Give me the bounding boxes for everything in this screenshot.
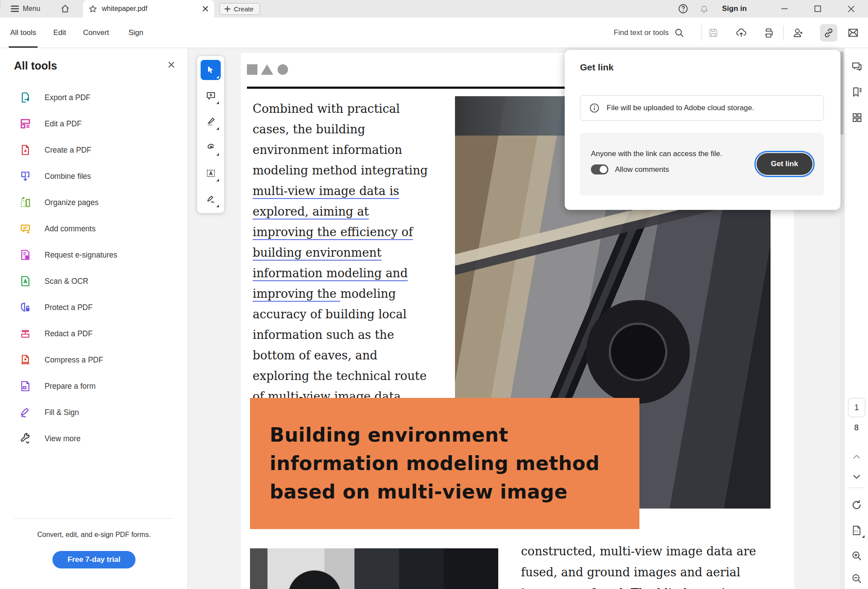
tool-label: Compress a PDF [45,355,103,365]
draw-tool-button[interactable] [201,137,221,157]
find-text-or-tools[interactable]: Find text or tools [614,17,684,48]
tool-view-more[interactable]: View more [0,425,188,452]
tab-close-icon[interactable] [202,5,209,12]
help-button[interactable] [673,0,693,17]
close-window-button[interactable] [841,0,861,17]
paragraph-underlined-text: multi-view image data is explored, aimin… [253,184,413,300]
svg-text:1:1: 1:1 [854,530,858,533]
find-label: Find text or tools [614,28,669,37]
select-tool-button[interactable] [201,60,221,80]
tool-edit-a-pdf[interactable]: Edit a PDF [0,111,188,137]
tool-add-comments[interactable]: Add comments [0,216,188,242]
tool-protect-a-pdf[interactable]: Protect a PDF [0,294,188,321]
edit-pdf-icon [19,118,31,130]
page-thumbnails-icon[interactable] [850,111,863,124]
all-tools-panel: All tools Export a PDF Edit a PDF Create… [0,48,188,589]
add-user-icon[interactable] [792,27,804,39]
get-link-popup: Get link File will be uploaded to Adobe … [565,50,840,210]
tab-edit[interactable]: Edit [53,17,66,48]
actual-size-icon[interactable]: 1:1 [850,524,863,537]
organize-pages-icon [19,196,31,209]
previous-page-chevron-icon[interactable] [850,450,863,464]
upload-cloud-icon[interactable] [735,27,747,39]
plus-icon [224,6,231,12]
tool-redact-a-pdf[interactable]: Redact a PDF [0,321,188,347]
tool-scan-ocr[interactable]: Scan & OCR [0,268,188,294]
current-page-input[interactable]: 1 [848,398,865,417]
create-label: Create [234,5,253,13]
get-link-button[interactable]: Get link [757,153,812,175]
fill-sign-icon [19,406,31,418]
menu-label: Menu [23,5,40,13]
tab-sign[interactable]: Sign [128,17,143,48]
continuation-line: constructed, multi-view image data are [521,541,772,562]
tool-prepare-a-form[interactable]: Prepare a form [0,373,188,399]
logo-triangle [261,64,273,75]
title-bar: Menu whitepaper.pdf Create Sign in [0,0,868,17]
body-paragraph: Combined with practical cases, the build… [253,98,433,427]
tool-export-a-pdf[interactable]: Export a PDF [0,84,188,111]
tab-title: whitepaper.pdf [102,5,198,13]
tool-label: View more [45,434,80,443]
highlight-tool-button[interactable] [201,112,221,132]
bookmarks-panel-icon[interactable] [850,85,863,98]
tool-request-e-signatures[interactable]: Request e-signatures [0,242,188,268]
add-comments-icon [19,223,31,235]
tool-label: Fill & Sign [45,408,79,417]
save-icon[interactable] [707,27,719,39]
workstation-photo [250,548,498,589]
tool-label: Request e-signatures [45,251,117,260]
maximize-button[interactable] [808,0,828,17]
allow-comments-toggle[interactable] [591,164,608,174]
section-heading-block: Building environment information modelin… [250,398,639,529]
comments-panel-icon[interactable] [850,60,863,73]
tool-compress-a-pdf[interactable]: Compress a PDF [0,347,188,373]
panel-divider [14,518,174,519]
logo-circle [278,64,288,75]
get-link-icon[interactable] [820,24,837,42]
tool-fill-and-sign[interactable]: Fill & Sign [0,399,188,425]
sign-in-button[interactable]: Sign in [722,0,747,17]
search-icon [674,28,684,38]
tool-label: Create a PDF [45,146,91,155]
tool-label: Export a PDF [45,93,90,102]
email-icon[interactable] [847,27,859,39]
toolbar-separator [701,25,701,40]
tab-all-tools[interactable]: All tools [9,17,38,48]
print-icon[interactable] [762,27,774,39]
free-trial-button[interactable]: Free 7-day trial [52,551,135,568]
tool-combine-files[interactable]: Combine files [0,163,188,189]
tool-label: Combine files [45,172,91,181]
scrollbar-thumb[interactable] [840,52,844,135]
create-button[interactable]: Create [219,3,260,15]
protect-pdf-icon [19,301,31,314]
quick-tools-toolbar [197,56,225,213]
menu-button[interactable]: Menu [10,0,40,17]
zoom-in-icon[interactable] [850,549,863,562]
panel-close-icon[interactable] [167,60,177,70]
tab-convert[interactable]: Convert [83,17,109,48]
zoom-out-icon[interactable] [850,572,863,585]
home-button[interactable] [60,0,70,17]
view-more-wrench-icon [19,432,31,445]
fill-sign-tool-button[interactable] [201,189,221,209]
minimize-button[interactable] [774,0,795,17]
home-icon [60,4,70,14]
continuation-line: fused, and ground images and aerial [521,562,772,583]
notifications-bell-icon[interactable] [694,0,714,17]
redact-pdf-icon [19,328,31,340]
next-page-chevron-icon[interactable] [850,470,863,483]
section-heading-line: Building environment [270,421,639,449]
tool-organize-pages[interactable]: Organize pages [0,189,188,216]
star-icon[interactable] [88,4,97,14]
tool-label: Redact a PDF [45,329,93,338]
logo-square [247,64,257,75]
request-esignatures-icon [19,249,31,261]
document-tab[interactable]: whitepaper.pdf [83,0,214,17]
rotate-page-icon[interactable] [850,498,863,512]
titlebar-divider [0,0,0,10]
add-comment-tool-button[interactable] [201,86,221,106]
select-text-tool-button[interactable] [201,163,221,183]
tool-create-a-pdf[interactable]: Create a PDF [0,137,188,163]
popup-title: Get link [580,62,614,73]
